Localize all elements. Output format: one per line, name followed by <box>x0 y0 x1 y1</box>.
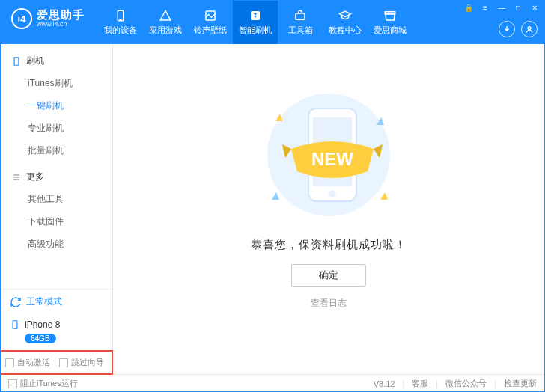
status-bar: 阻止iTunes运行 V8.12 | 客服 | 微信公众号 | 检查更新 <box>1 374 544 392</box>
main-nav: 我的设备 应用游戏 铃声壁纸 智能刷机 工具箱 教程中心 爱思商城 <box>98 1 412 44</box>
sidebar-section-flash: 刷机 <box>1 50 112 72</box>
nav-smart-flash[interactable]: 智能刷机 <box>233 1 278 44</box>
success-illustration: NEW <box>250 80 407 224</box>
svg-point-5 <box>528 27 531 30</box>
block-itunes-checkbox[interactable]: 阻止iTunes运行 <box>8 378 78 389</box>
sidebar-item-advanced[interactable]: 高级功能 <box>1 233 112 255</box>
options-row: 自动激活 跳过向导 <box>1 351 112 374</box>
nav-toolbox[interactable]: 工具箱 <box>278 1 323 44</box>
skip-wizard-checkbox[interactable]: 跳过向导 <box>59 357 104 368</box>
view-log-link[interactable]: 查看日志 <box>311 297 347 310</box>
brand-site: www.i4.cn <box>37 21 85 28</box>
svg-marker-14 <box>272 192 279 200</box>
device-icon <box>113 9 128 22</box>
app-logo: i4 爱思助手 www.i4.cn <box>1 1 94 29</box>
maximize-icon[interactable]: □ <box>513 4 523 12</box>
wechat-link[interactable]: 微信公众号 <box>445 378 487 389</box>
svg-point-18 <box>329 190 336 197</box>
device-small-icon <box>10 319 20 331</box>
svg-rect-6 <box>14 57 19 65</box>
sidebar-item-itunes-flash[interactable]: iTunes刷机 <box>1 72 112 94</box>
nav-tutorials[interactable]: 教程中心 <box>323 1 368 44</box>
sidebar-item-pro-flash[interactable]: 专业刷机 <box>1 117 112 139</box>
refresh-icon <box>10 296 22 308</box>
svg-rect-10 <box>13 321 17 329</box>
lock-icon[interactable]: 🔒 <box>463 4 474 12</box>
list-icon <box>11 172 22 183</box>
version-label: V8.12 <box>374 379 395 388</box>
download-button[interactable] <box>499 21 515 37</box>
nav-apps-games[interactable]: 应用游戏 <box>143 1 188 44</box>
ok-button[interactable]: 确定 <box>291 264 366 287</box>
user-button[interactable] <box>521 21 538 37</box>
auto-activate-checkbox[interactable]: 自动激活 <box>5 357 50 368</box>
brand-name: 爱思助手 <box>37 9 85 22</box>
tutorial-icon <box>338 9 353 22</box>
check-update-link[interactable]: 检查更新 <box>504 378 537 389</box>
sidebar: 刷机 iTunes刷机 一键刷机 专业刷机 批量刷机 更多 其他工具 下载固件 … <box>1 44 113 374</box>
svg-marker-15 <box>380 192 388 200</box>
phone-icon <box>11 56 22 67</box>
minimize-icon[interactable]: — <box>496 4 507 12</box>
sidebar-item-other-tools[interactable]: 其他工具 <box>1 188 112 210</box>
banner-text: NEW <box>311 149 353 169</box>
customer-service-link[interactable]: 客服 <box>412 378 428 389</box>
success-message: 恭喜您，保资料刷机成功啦！ <box>251 238 407 252</box>
sidebar-item-batch-flash[interactable]: 批量刷机 <box>1 139 112 162</box>
mode-selector[interactable]: 正常模式 <box>1 290 112 314</box>
logo-badge-icon: i4 <box>11 8 32 29</box>
window-controls: 🔒 ≡ — □ ✕ <box>463 1 544 12</box>
wallpaper-icon <box>203 9 218 22</box>
storage-badge: 64GB <box>25 334 56 343</box>
menu-icon[interactable]: ≡ <box>480 4 490 12</box>
toolbox-icon <box>293 9 308 22</box>
device-info[interactable]: iPhone 8 64GB <box>1 314 112 351</box>
store-icon <box>383 9 398 22</box>
nav-ring-wall[interactable]: 铃声壁纸 <box>188 1 233 44</box>
nav-store[interactable]: 爱思商城 <box>368 1 412 44</box>
apps-icon <box>158 9 173 22</box>
main-panel: NEW 恭喜您，保资料刷机成功啦！ 确定 查看日志 <box>113 44 544 374</box>
flash-icon <box>248 9 263 22</box>
device-name: iPhone 8 <box>25 319 60 330</box>
svg-rect-4 <box>296 13 305 19</box>
nav-my-device[interactable]: 我的设备 <box>98 1 143 44</box>
close-icon[interactable]: ✕ <box>529 4 540 12</box>
app-header: i4 爱思助手 www.i4.cn 我的设备 应用游戏 铃声壁纸 智能刷机 工具… <box>1 1 544 44</box>
sidebar-item-oneclick-flash[interactable]: 一键刷机 <box>1 94 112 117</box>
sidebar-item-download-fw[interactable]: 下载固件 <box>1 210 112 233</box>
sidebar-section-more: 更多 <box>1 166 112 188</box>
